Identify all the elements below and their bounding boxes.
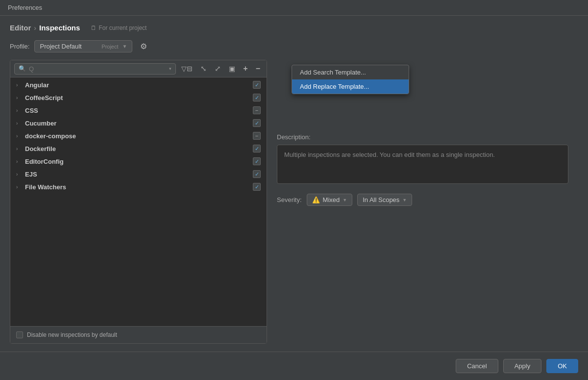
main-content: Editor › Inspections 🗒 For current proje… — [0, 16, 588, 352]
tree-item[interactable]: ›CoffeeScript✓ — [10, 91, 267, 104]
add-icon: + — [243, 64, 247, 73]
tree-item[interactable]: ›Angular✓ — [10, 78, 267, 91]
breadcrumb: Editor › Inspections 🗒 For current proje… — [10, 24, 578, 32]
severity-value: Mixed — [323, 196, 340, 203]
tree-item-arrow: › — [16, 146, 22, 152]
scope-select[interactable]: In All Scopes ▼ — [357, 194, 412, 206]
tree-item-arrow: › — [16, 159, 22, 164]
toolbar: 🔍 ▾ ▽⊟ ⤡ ⤢ ▣ + — [10, 60, 267, 77]
add-button[interactable]: + — [241, 63, 250, 75]
profile-label: Profile: — [10, 43, 29, 50]
search-dropdown-icon: ▾ — [169, 66, 172, 71]
breadcrumb-separator: › — [34, 24, 36, 32]
tree-item[interactable]: ›CSS− — [10, 104, 267, 117]
tree-item-label: Cucumber — [25, 120, 250, 127]
tree-item-arrow: › — [16, 184, 22, 190]
breadcrumb-editor: Editor — [10, 24, 31, 32]
tree-item-checkbox[interactable]: ✓ — [253, 81, 261, 89]
tree-item-label: EJS — [25, 171, 250, 178]
tree-item-label: Angular — [25, 81, 250, 89]
tree-item-label: CSS — [25, 107, 250, 114]
scope-arrow-icon: ▼ — [402, 198, 407, 203]
title-bar: Preferences — [0, 0, 588, 16]
severity-arrow-icon: ▼ — [343, 198, 347, 203]
profile-select-dropdown[interactable]: Project Default Project ▼ — [34, 40, 132, 52]
remove-icon: − — [256, 64, 260, 73]
remove-button[interactable]: − — [253, 63, 263, 75]
tree-item-checkbox[interactable]: ✓ — [253, 170, 261, 178]
disable-inspections-label: Disable new inspections by default — [27, 331, 117, 338]
tree-item-label: CoffeeScript — [25, 94, 250, 101]
profile-arrow-icon: ▼ — [122, 44, 127, 49]
tree-item-arrow: › — [16, 95, 22, 101]
scope-value: In All Scopes — [363, 196, 399, 203]
square-button[interactable]: ▣ — [226, 63, 238, 74]
title-label: Preferences — [8, 4, 42, 11]
search-icon: 🔍 — [19, 65, 26, 72]
dropdown-item[interactable]: Add Replace Template... — [292, 79, 409, 94]
description-label: Description: — [277, 133, 568, 141]
dropdown-item[interactable]: Add Search Template... — [292, 65, 409, 79]
breadcrumb-project: 🗒 For current project — [91, 25, 147, 31]
project-label: For current project — [98, 25, 147, 31]
description-text: Multiple inspections are selected. You c… — [284, 151, 495, 158]
tree-item-label: docker-compose — [25, 132, 250, 140]
profile-name: Project Default — [40, 43, 98, 50]
tree-item[interactable]: ›Dockerfile✓ — [10, 142, 267, 155]
tree-item-arrow: › — [16, 82, 22, 88]
square-icon: ▣ — [229, 65, 235, 73]
tree-item[interactable]: ›EditorConfig✓ — [10, 155, 267, 168]
tree-item[interactable]: ›docker-compose− — [10, 129, 267, 142]
ok-button[interactable]: OK — [546, 359, 578, 373]
tree-item[interactable]: ›Cucumber✓ — [10, 117, 267, 129]
filter-icon: ▽⊟ — [181, 65, 193, 73]
filter-button[interactable]: ▽⊟ — [179, 63, 195, 74]
search-input[interactable] — [29, 65, 166, 73]
tree-item[interactable]: ›File Watchers✓ — [10, 180, 267, 193]
gear-button[interactable]: ⚙ — [137, 40, 150, 53]
tree-item-checkbox[interactable]: − — [253, 132, 261, 140]
search-box[interactable]: 🔍 ▾ — [14, 63, 176, 75]
collapse-icon: ⤢ — [215, 64, 221, 73]
gear-icon: ⚙ — [140, 42, 147, 51]
left-panel: 🔍 ▾ ▽⊟ ⤡ ⤢ ▣ + — [10, 60, 267, 344]
dropdown-menu: Add Search Template...Add Replace Templa… — [292, 65, 409, 94]
severity-select[interactable]: ⚠️ Mixed ▼ — [307, 194, 353, 206]
tree-item-arrow: › — [16, 172, 22, 177]
expand-button[interactable]: ⤡ — [198, 63, 209, 75]
tree-item-arrow: › — [16, 121, 22, 126]
tree-item-checkbox[interactable]: ✓ — [253, 157, 261, 165]
right-panel: Add Search Template...Add Replace Templa… — [267, 60, 578, 344]
tree-list: ›Angular✓›CoffeeScript✓›CSS−›Cucumber✓›d… — [10, 77, 267, 326]
severity-warning-icon: ⚠️ — [312, 196, 320, 203]
tree-item[interactable]: ›EJS✓ — [10, 168, 267, 180]
profile-badge: Project — [101, 44, 118, 50]
apply-button[interactable]: Apply — [503, 359, 542, 373]
tree-item-checkbox[interactable]: ✓ — [253, 183, 261, 191]
tree-item-arrow: › — [16, 133, 22, 139]
project-icon: 🗒 — [91, 25, 97, 31]
profile-row: Profile: Project Default Project ▼ ⚙ — [10, 40, 578, 53]
expand-icon: ⤡ — [200, 64, 207, 73]
tree-item-checkbox[interactable]: ✓ — [253, 94, 261, 101]
panels: 🔍 ▾ ▽⊟ ⤡ ⤢ ▣ + — [10, 60, 578, 344]
severity-label: Severity: — [277, 196, 302, 203]
tree-item-arrow: › — [16, 108, 22, 113]
footer: Cancel Apply OK — [0, 352, 588, 380]
cancel-button[interactable]: Cancel — [456, 359, 498, 373]
tree-item-checkbox[interactable]: ✓ — [253, 119, 261, 127]
tree-item-checkbox[interactable]: − — [253, 106, 261, 114]
tree-item-checkbox[interactable]: ✓ — [253, 145, 261, 152]
tree-item-label: Dockerfile — [25, 145, 250, 152]
severity-row: Severity: ⚠️ Mixed ▼ In All Scopes ▼ — [277, 194, 568, 206]
breadcrumb-inspections: Inspections — [39, 24, 80, 32]
description-box: Multiple inspections are selected. You c… — [277, 145, 568, 184]
collapse-button[interactable]: ⤢ — [212, 63, 223, 75]
bottom-checkbox-row: Disable new inspections by default — [10, 326, 267, 343]
tree-item-label: File Watchers — [25, 183, 250, 191]
disable-inspections-checkbox[interactable] — [16, 331, 23, 338]
tree-item-label: EditorConfig — [25, 158, 250, 165]
